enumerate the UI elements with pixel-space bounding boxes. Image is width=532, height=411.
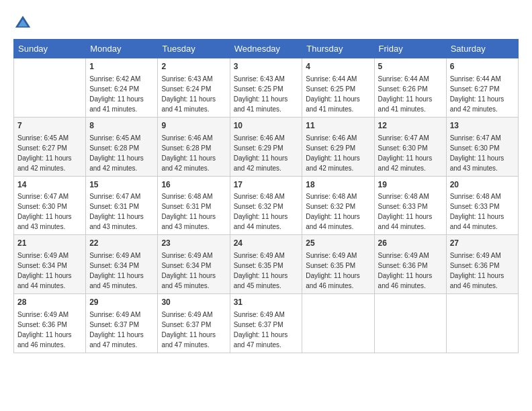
calendar-cell: 14Sunrise: 6:47 AMSunset: 6:30 PMDayligh…	[14, 176, 86, 235]
header-sunday: Sunday	[14, 40, 86, 58]
day-number: 24	[234, 238, 299, 249]
calendar-cell: 10Sunrise: 6:46 AMSunset: 6:29 PMDayligh…	[230, 117, 302, 176]
day-info: Sunrise: 6:44 AMSunset: 6:25 PMDaylight:…	[306, 74, 370, 114]
calendar-cell: 30Sunrise: 6:49 AMSunset: 6:37 PMDayligh…	[158, 294, 230, 353]
day-number: 20	[450, 179, 515, 191]
day-number: 23	[161, 238, 226, 249]
day-info: Sunrise: 6:49 AMSunset: 6:36 PMDaylight:…	[378, 250, 443, 291]
day-number: 27	[450, 238, 515, 249]
header-thursday: Thursday	[302, 40, 374, 58]
calendar-cell: 2Sunrise: 6:43 AMSunset: 6:24 PMDaylight…	[158, 58, 230, 118]
day-info: Sunrise: 6:47 AMSunset: 6:30 PMDaylight:…	[17, 191, 82, 232]
calendar-cell	[446, 294, 518, 353]
calendar-cell	[374, 294, 446, 353]
day-number: 9	[161, 120, 226, 132]
day-info: Sunrise: 6:46 AMSunset: 6:28 PMDaylight:…	[161, 133, 226, 173]
calendar-cell: 26Sunrise: 6:49 AMSunset: 6:36 PMDayligh…	[374, 235, 446, 294]
day-number: 18	[306, 179, 370, 191]
day-number: 5	[378, 61, 443, 73]
day-number: 3	[234, 61, 299, 73]
day-number: 30	[161, 297, 226, 308]
day-info: Sunrise: 6:48 AMSunset: 6:32 PMDaylight:…	[306, 191, 370, 232]
day-number: 26	[378, 238, 443, 249]
day-info: Sunrise: 6:49 AMSunset: 6:35 PMDaylight:…	[234, 250, 299, 291]
day-info: Sunrise: 6:49 AMSunset: 6:36 PMDaylight:…	[17, 310, 82, 350]
day-number: 19	[378, 179, 443, 191]
day-info: Sunrise: 6:43 AMSunset: 6:24 PMDaylight:…	[161, 74, 226, 114]
calendar-week-row: 14Sunrise: 6:47 AMSunset: 6:30 PMDayligh…	[14, 176, 519, 235]
header-friday: Friday	[374, 40, 446, 58]
calendar-cell: 27Sunrise: 6:49 AMSunset: 6:36 PMDayligh…	[446, 235, 518, 294]
day-number: 14	[17, 179, 82, 191]
day-number: 21	[17, 238, 82, 249]
calendar-cell	[302, 294, 374, 353]
calendar-cell: 17Sunrise: 6:48 AMSunset: 6:32 PMDayligh…	[230, 176, 302, 235]
day-number: 11	[306, 120, 370, 132]
calendar-cell: 5Sunrise: 6:44 AMSunset: 6:26 PMDaylight…	[374, 58, 446, 118]
day-info: Sunrise: 6:45 AMSunset: 6:27 PMDaylight:…	[17, 133, 82, 173]
calendar-week-row: 7Sunrise: 6:45 AMSunset: 6:27 PMDaylight…	[14, 117, 519, 176]
calendar-cell: 13Sunrise: 6:47 AMSunset: 6:30 PMDayligh…	[446, 117, 518, 176]
calendar-cell: 4Sunrise: 6:44 AMSunset: 6:25 PMDaylight…	[302, 58, 374, 118]
day-number: 1	[89, 61, 154, 73]
day-info: Sunrise: 6:42 AMSunset: 6:24 PMDaylight:…	[89, 74, 154, 114]
calendar-cell: 7Sunrise: 6:45 AMSunset: 6:27 PMDaylight…	[14, 117, 86, 176]
day-number: 10	[234, 120, 299, 132]
calendar-cell: 8Sunrise: 6:45 AMSunset: 6:28 PMDaylight…	[86, 117, 158, 176]
calendar-table: SundayMondayTuesdayWednesdayThursdayFrid…	[13, 39, 519, 353]
calendar-cell: 21Sunrise: 6:49 AMSunset: 6:34 PMDayligh…	[14, 235, 86, 294]
day-number: 7	[17, 120, 82, 132]
calendar-cell: 16Sunrise: 6:48 AMSunset: 6:31 PMDayligh…	[158, 176, 230, 235]
day-number: 8	[89, 120, 154, 132]
calendar-cell: 18Sunrise: 6:48 AMSunset: 6:32 PMDayligh…	[302, 176, 374, 235]
calendar-cell: 12Sunrise: 6:47 AMSunset: 6:30 PMDayligh…	[374, 117, 446, 176]
day-info: Sunrise: 6:48 AMSunset: 6:33 PMDaylight:…	[450, 191, 515, 232]
calendar-cell: 1Sunrise: 6:42 AMSunset: 6:24 PMDaylight…	[86, 58, 158, 118]
day-info: Sunrise: 6:45 AMSunset: 6:28 PMDaylight:…	[89, 133, 154, 173]
day-info: Sunrise: 6:49 AMSunset: 6:34 PMDaylight:…	[17, 250, 82, 291]
calendar-cell: 28Sunrise: 6:49 AMSunset: 6:36 PMDayligh…	[14, 294, 86, 353]
day-info: Sunrise: 6:43 AMSunset: 6:25 PMDaylight:…	[234, 74, 299, 114]
day-number: 13	[450, 120, 515, 132]
day-info: Sunrise: 6:49 AMSunset: 6:34 PMDaylight:…	[161, 250, 226, 291]
day-number: 31	[234, 297, 299, 308]
calendar-header-row: SundayMondayTuesdayWednesdayThursdayFrid…	[14, 40, 519, 58]
day-number: 6	[450, 61, 515, 73]
calendar-cell: 6Sunrise: 6:44 AMSunset: 6:27 PMDaylight…	[446, 58, 518, 118]
header-tuesday: Tuesday	[158, 40, 230, 58]
calendar-cell: 20Sunrise: 6:48 AMSunset: 6:33 PMDayligh…	[446, 176, 518, 235]
calendar-week-row: 1Sunrise: 6:42 AMSunset: 6:24 PMDaylight…	[14, 58, 519, 118]
calendar-cell: 9Sunrise: 6:46 AMSunset: 6:28 PMDaylight…	[158, 117, 230, 176]
calendar-cell: 23Sunrise: 6:49 AMSunset: 6:34 PMDayligh…	[158, 235, 230, 294]
logo	[13, 13, 36, 32]
day-info: Sunrise: 6:49 AMSunset: 6:34 PMDaylight:…	[89, 250, 154, 291]
day-info: Sunrise: 6:46 AMSunset: 6:29 PMDaylight:…	[234, 133, 299, 173]
day-info: Sunrise: 6:47 AMSunset: 6:31 PMDaylight:…	[89, 191, 154, 232]
calendar-cell	[14, 58, 86, 118]
calendar-cell: 3Sunrise: 6:43 AMSunset: 6:25 PMDaylight…	[230, 58, 302, 118]
calendar-cell: 25Sunrise: 6:49 AMSunset: 6:35 PMDayligh…	[302, 235, 374, 294]
day-info: Sunrise: 6:49 AMSunset: 6:35 PMDaylight:…	[306, 250, 370, 291]
logo-icon	[13, 13, 32, 32]
day-number: 28	[17, 297, 82, 308]
day-info: Sunrise: 6:49 AMSunset: 6:37 PMDaylight:…	[234, 310, 299, 350]
calendar-cell: 19Sunrise: 6:48 AMSunset: 6:33 PMDayligh…	[374, 176, 446, 235]
calendar-cell: 24Sunrise: 6:49 AMSunset: 6:35 PMDayligh…	[230, 235, 302, 294]
day-info: Sunrise: 6:48 AMSunset: 6:31 PMDaylight:…	[161, 191, 226, 232]
day-number: 22	[89, 238, 154, 249]
day-number: 12	[378, 120, 443, 132]
header-wednesday: Wednesday	[230, 40, 302, 58]
day-number: 4	[306, 61, 370, 73]
day-info: Sunrise: 6:48 AMSunset: 6:33 PMDaylight:…	[378, 191, 443, 232]
calendar-week-row: 21Sunrise: 6:49 AMSunset: 6:34 PMDayligh…	[14, 235, 519, 294]
day-info: Sunrise: 6:46 AMSunset: 6:29 PMDaylight:…	[306, 133, 370, 173]
day-number: 17	[234, 179, 299, 191]
calendar-cell: 22Sunrise: 6:49 AMSunset: 6:34 PMDayligh…	[86, 235, 158, 294]
calendar-cell: 31Sunrise: 6:49 AMSunset: 6:37 PMDayligh…	[230, 294, 302, 353]
header-monday: Monday	[86, 40, 158, 58]
day-info: Sunrise: 6:44 AMSunset: 6:27 PMDaylight:…	[450, 74, 515, 114]
calendar-cell: 15Sunrise: 6:47 AMSunset: 6:31 PMDayligh…	[86, 176, 158, 235]
day-info: Sunrise: 6:48 AMSunset: 6:32 PMDaylight:…	[234, 191, 299, 232]
calendar-cell: 11Sunrise: 6:46 AMSunset: 6:29 PMDayligh…	[302, 117, 374, 176]
day-number: 16	[161, 179, 226, 191]
